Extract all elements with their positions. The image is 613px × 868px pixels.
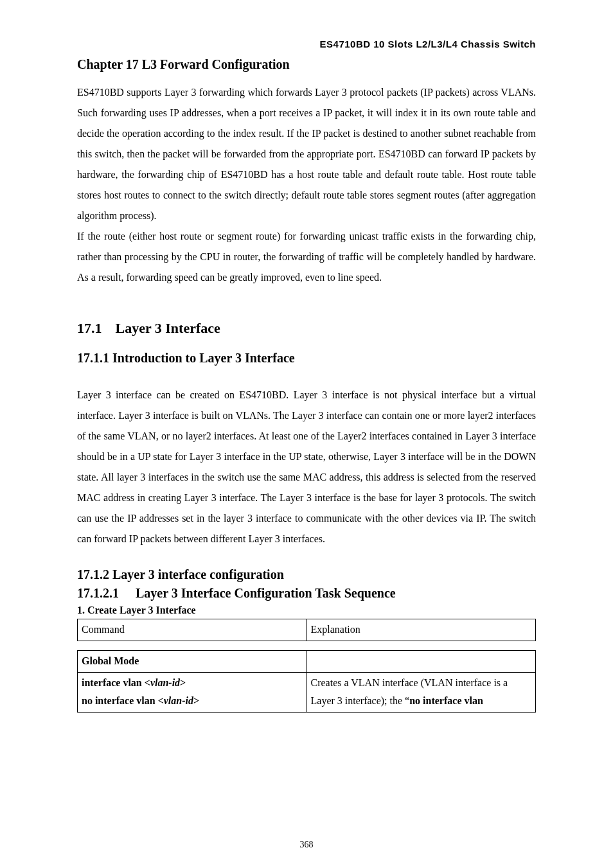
cmd-interface-vlan-suffix: > bbox=[180, 677, 186, 688]
subsub-title: Layer 3 Interface Configuration Task Seq… bbox=[136, 586, 396, 600]
interface-vlan-commands-cell: interface vlan <vlan-id> no interface vl… bbox=[78, 672, 307, 713]
cmd-no-interface-vlan-suffix: > bbox=[193, 695, 199, 706]
section-17-1-2-heading: 17.1.2 Layer 3 interface configuration bbox=[77, 567, 536, 582]
table-row: Global Mode bbox=[78, 650, 536, 672]
section-17-1-1-paragraph: Layer 3 interface can be created on ES47… bbox=[77, 385, 536, 549]
global-mode-label: Global Mode bbox=[82, 655, 139, 666]
page-header: ES4710BD 10 Slots L2/L3/L4 Chassis Switc… bbox=[77, 39, 536, 49]
page-number: 368 bbox=[0, 840, 613, 850]
cmd-no-interface-vlan-arg: vlan-id bbox=[164, 695, 193, 706]
table-row: interface vlan <vlan-id> no interface vl… bbox=[78, 672, 536, 713]
intro-paragraph-2: If the route (either host route or segme… bbox=[77, 226, 536, 288]
intro-paragraph-1: ES4710BD supports Layer 3 forwarding whi… bbox=[77, 82, 536, 226]
section-title: Layer 3 Interface bbox=[116, 320, 220, 336]
interface-vlan-explanation-cell: Creates a VLAN interface (VLAN interface… bbox=[306, 672, 536, 713]
section-17-1-1-heading: 17.1.1 Introduction to Layer 3 Interface bbox=[77, 351, 536, 366]
cmd-interface-vlan-prefix: interface vlan < bbox=[82, 677, 150, 688]
section-17-1-2-1-heading: 17.1.2.1 Layer 3 Interface Configuration… bbox=[77, 586, 536, 601]
explanation-header-cell: Explanation bbox=[306, 619, 536, 641]
chapter-title: Chapter 17 L3 Forward Configuration bbox=[77, 57, 536, 72]
command-header-cell: Command bbox=[78, 619, 307, 641]
global-mode-cell: Global Mode bbox=[78, 650, 307, 672]
subsub-number: 17.1.2.1 bbox=[77, 586, 132, 601]
cmd-no-interface-vlan-prefix: no interface vlan < bbox=[82, 695, 164, 706]
section-number: 17.1 bbox=[77, 320, 112, 337]
table-row: Command Explanation bbox=[78, 619, 536, 641]
global-mode-right-cell bbox=[306, 650, 536, 672]
cmd-interface-vlan-arg: vlan-id bbox=[150, 677, 180, 688]
section-17-1-heading: 17.1 Layer 3 Interface bbox=[77, 320, 536, 337]
step-1-title: 1. Create Layer 3 Interface bbox=[77, 605, 536, 616]
explanation-bold: no interface vlan bbox=[409, 695, 483, 706]
command-header-table: Command Explanation bbox=[77, 619, 536, 641]
command-detail-table: Global Mode interface vlan <vlan-id> no … bbox=[77, 650, 536, 713]
